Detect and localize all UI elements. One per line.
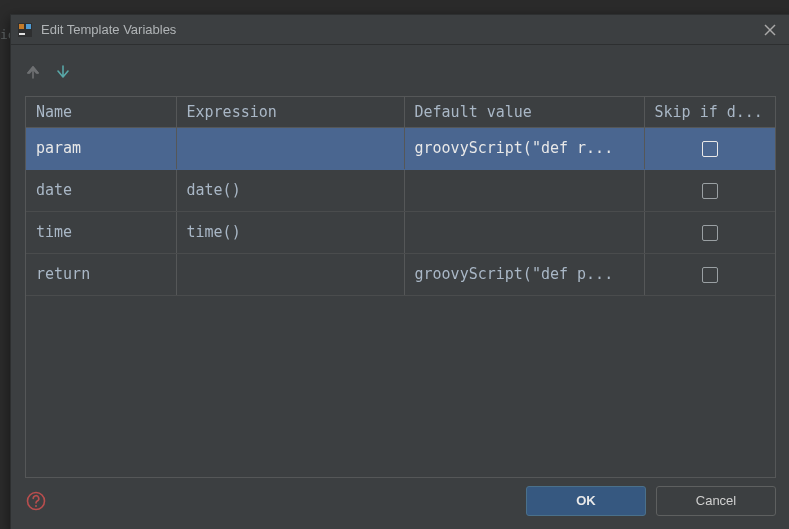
table-row[interactable]: paramgroovyScript("def r... bbox=[26, 127, 776, 169]
move-down-button[interactable] bbox=[55, 64, 71, 80]
cell-expression[interactable] bbox=[176, 253, 404, 295]
help-icon bbox=[26, 491, 46, 511]
col-name[interactable]: Name bbox=[26, 97, 176, 128]
table-header-row: Name Expression Default value Skip if d.… bbox=[26, 97, 776, 128]
svg-rect-1 bbox=[19, 24, 24, 29]
intellij-icon bbox=[17, 22, 33, 38]
table-row[interactable]: datedate() bbox=[26, 169, 776, 211]
cell-expression[interactable]: date() bbox=[176, 169, 404, 211]
cell-skip[interactable] bbox=[644, 253, 776, 295]
cell-skip[interactable] bbox=[644, 211, 776, 253]
cell-name[interactable]: time bbox=[26, 211, 176, 253]
cell-name[interactable]: date bbox=[26, 169, 176, 211]
table-row[interactable]: returngroovyScript("def p... bbox=[26, 253, 776, 295]
ok-button-label: OK bbox=[576, 493, 596, 508]
close-icon bbox=[764, 24, 776, 36]
skip-checkbox[interactable] bbox=[702, 141, 718, 157]
variables-table[interactable]: Name Expression Default value Skip if d.… bbox=[26, 97, 776, 296]
cell-expression[interactable]: time() bbox=[176, 211, 404, 253]
help-button[interactable] bbox=[25, 490, 47, 512]
arrow-down-icon bbox=[56, 65, 70, 79]
table-row[interactable]: timetime() bbox=[26, 211, 776, 253]
variables-table-container: Name Expression Default value Skip if d.… bbox=[25, 96, 776, 478]
cell-expression[interactable] bbox=[176, 127, 404, 169]
cell-default-value[interactable]: groovyScript("def p... bbox=[404, 253, 644, 295]
cell-skip[interactable] bbox=[644, 127, 776, 169]
arrow-up-icon bbox=[26, 65, 40, 79]
svg-point-7 bbox=[35, 505, 37, 507]
skip-checkbox[interactable] bbox=[702, 183, 718, 199]
svg-rect-2 bbox=[26, 24, 31, 29]
skip-checkbox[interactable] bbox=[702, 267, 718, 283]
col-expression[interactable]: Expression bbox=[176, 97, 404, 128]
dialog-footer: OK Cancel bbox=[11, 478, 789, 529]
cell-name[interactable]: return bbox=[26, 253, 176, 295]
cell-default-value[interactable] bbox=[404, 169, 644, 211]
close-button[interactable] bbox=[756, 16, 784, 44]
move-up-button[interactable] bbox=[25, 64, 41, 80]
titlebar: Edit Template Variables bbox=[11, 15, 789, 45]
toolbar bbox=[11, 45, 789, 92]
cancel-button-label: Cancel bbox=[696, 493, 736, 508]
dialog-title: Edit Template Variables bbox=[41, 22, 756, 37]
edit-template-variables-dialog: Edit Template Variables bbox=[10, 14, 789, 529]
cell-default-value[interactable] bbox=[404, 211, 644, 253]
cell-skip[interactable] bbox=[644, 169, 776, 211]
cell-name[interactable]: param bbox=[26, 127, 176, 169]
ok-button[interactable]: OK bbox=[526, 486, 646, 516]
cancel-button[interactable]: Cancel bbox=[656, 486, 776, 516]
col-skip[interactable]: Skip if d... bbox=[644, 97, 776, 128]
svg-rect-3 bbox=[19, 33, 25, 35]
skip-checkbox[interactable] bbox=[702, 225, 718, 241]
col-default[interactable]: Default value bbox=[404, 97, 644, 128]
cell-default-value[interactable]: groovyScript("def r... bbox=[404, 127, 644, 169]
